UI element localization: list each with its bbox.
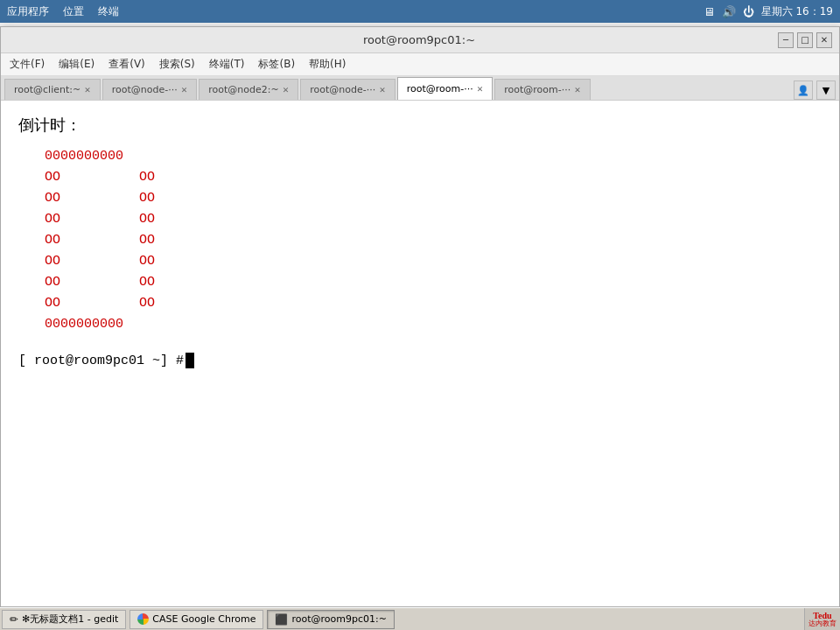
taskbar-gedit[interactable]: ✏ ✻无标题文档1 - gedit bbox=[2, 610, 126, 629]
gedit-icon: ✏ bbox=[10, 613, 18, 626]
chrome-icon bbox=[137, 613, 149, 625]
tab-close-4[interactable]: ✕ bbox=[477, 85, 484, 94]
cursor bbox=[186, 353, 194, 368]
taskbar-chrome[interactable]: CASE Google Chrome bbox=[130, 610, 263, 629]
terminal-label: root@room9pc01:~ bbox=[291, 613, 386, 625]
art-line-5: OO OO bbox=[45, 251, 822, 272]
tab-3[interactable]: root@node-··· ✕ bbox=[300, 79, 396, 100]
minimize-button[interactable]: ─ bbox=[778, 32, 794, 48]
window-controls: ─ □ ✕ bbox=[778, 32, 832, 48]
window-title: root@room9pc01:~ bbox=[60, 33, 778, 46]
art-line-4: OO OO bbox=[45, 230, 822, 251]
maximize-button[interactable]: □ bbox=[797, 32, 813, 48]
menu-bar: 文件(F) 编辑(E) 查看(V) 搜索(S) 终端(T) 标签(B) 帮助(H… bbox=[1, 53, 839, 76]
system-bar: 应用程序 位置 终端 🖥 🔊 ⏻ 星期六 16：19 bbox=[0, 0, 840, 23]
menu-search[interactable]: 搜索(S) bbox=[154, 55, 200, 74]
clock: 星期六 16：19 bbox=[761, 4, 833, 19]
menu-file[interactable]: 文件(F) bbox=[4, 55, 50, 74]
volume-icon: 🔊 bbox=[722, 5, 736, 18]
prompt-line: [ root@room9pc01 ~] # bbox=[18, 353, 822, 368]
tab-close-3[interactable]: ✕ bbox=[379, 86, 386, 94]
terminal-content[interactable]: 倒计时： 0000000000 OO OO OO OO OO OO OO OO … bbox=[1, 101, 839, 606]
tab-5[interactable]: root@room-··· ✕ bbox=[494, 79, 591, 100]
art-line-3: OO OO bbox=[45, 209, 822, 230]
menu-help[interactable]: 帮助(H) bbox=[304, 55, 351, 74]
tabs-bar: root@client:~ ✕ root@node-··· ✕ root@nod… bbox=[1, 76, 839, 101]
tab-label-1: root@node-··· bbox=[112, 84, 178, 95]
gedit-label: ✻无标题文档1 - gedit bbox=[22, 612, 118, 626]
taskbar: ✏ ✻无标题文档1 - gedit CASE Google Chrome ⬛ r… bbox=[0, 607, 840, 630]
close-button[interactable]: ✕ bbox=[816, 32, 832, 48]
network-icon: 🖥 bbox=[704, 5, 715, 18]
countdown-art: 0000000000 OO OO OO OO OO OO OO OO OO OO… bbox=[45, 146, 822, 335]
location-menu[interactable]: 位置 bbox=[63, 4, 84, 19]
tab-label-0: root@client:~ bbox=[14, 84, 80, 95]
menu-terminal[interactable]: 终端(T) bbox=[204, 55, 250, 74]
prompt-text: [ root@room9pc01 ~] # bbox=[18, 354, 184, 368]
system-bar-left: 应用程序 位置 终端 bbox=[7, 4, 119, 19]
tab-0[interactable]: root@client:~ ✕ bbox=[4, 79, 101, 100]
art-line-1: OO OO bbox=[45, 167, 822, 188]
tab-1[interactable]: root@node-··· ✕ bbox=[102, 79, 198, 100]
system-bar-right: 🖥 🔊 ⏻ 星期六 16：19 bbox=[704, 4, 833, 19]
art-line-0: 0000000000 bbox=[45, 146, 822, 167]
menu-edit[interactable]: 编辑(E) bbox=[53, 55, 100, 74]
tab-close-1[interactable]: ✕ bbox=[181, 86, 188, 94]
chrome-label: CASE Google Chrome bbox=[152, 613, 256, 625]
terminal-menu[interactable]: 终端 bbox=[98, 4, 119, 19]
apps-menu[interactable]: 应用程序 bbox=[7, 4, 49, 19]
terminal-window: root@room9pc01:~ ─ □ ✕ 文件(F) 编辑(E) 查看(V)… bbox=[0, 26, 840, 607]
tab-label-3: root@node-··· bbox=[310, 84, 375, 95]
tab-dropdown-icon[interactable]: ▼ bbox=[816, 80, 836, 100]
art-line-6: OO OO bbox=[45, 272, 822, 293]
taskbar-right: Tedu 达内教育 bbox=[804, 608, 840, 630]
tab-label-4: root@room-··· bbox=[407, 83, 473, 94]
terminal-icon: ⬛ bbox=[275, 613, 288, 626]
tabs-end-controls: 👤 ▼ bbox=[794, 80, 836, 100]
art-line-7: OO OO bbox=[45, 293, 822, 314]
tab-label-5: root@room-··· bbox=[504, 84, 570, 95]
tab-2[interactable]: root@node2:~ ✕ bbox=[199, 79, 298, 100]
tab-close-2[interactable]: ✕ bbox=[283, 86, 290, 94]
tab-label-2: root@node2:~ bbox=[208, 84, 278, 95]
menu-tabs[interactable]: 标签(B) bbox=[253, 55, 300, 74]
tab-4[interactable]: root@room-··· ✕ bbox=[397, 77, 494, 100]
tedu-logo: Tedu 达内教育 bbox=[808, 611, 836, 628]
tab-close-0[interactable]: ✕ bbox=[84, 86, 91, 94]
countdown-label: 倒计时： bbox=[18, 115, 822, 136]
tab-close-5[interactable]: ✕ bbox=[574, 86, 581, 94]
power-icon[interactable]: ⏻ bbox=[743, 5, 754, 18]
title-bar: root@room9pc01:~ ─ □ ✕ bbox=[1, 27, 839, 53]
art-line-8: 0000000000 bbox=[45, 314, 822, 335]
menu-view[interactable]: 查看(V) bbox=[103, 55, 150, 74]
art-line-2: OO OO bbox=[45, 188, 822, 209]
taskbar-terminal[interactable]: ⬛ root@room9pc01:~ bbox=[267, 610, 394, 629]
new-tab-person-icon[interactable]: 👤 bbox=[794, 80, 813, 100]
